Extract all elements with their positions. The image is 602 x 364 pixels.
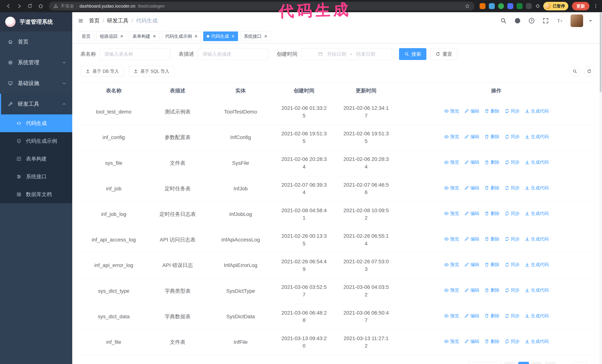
reset-button[interactable]: 重置 <box>430 48 458 60</box>
sync-link[interactable]: 同步 <box>504 159 520 166</box>
search-button[interactable]: 搜索 <box>399 48 426 60</box>
extension-icon[interactable] <box>489 3 495 9</box>
prev-page-button[interactable] <box>504 362 515 364</box>
scrollbar[interactable] <box>599 12 602 364</box>
sync-link[interactable]: 同步 <box>504 108 520 114</box>
help-icon[interactable] <box>528 17 535 24</box>
tab-codegen[interactable]: 代码生成× <box>203 31 238 41</box>
page-size-select[interactable]: 10条/页 <box>469 362 501 364</box>
hamburger-icon[interactable] <box>78 18 83 23</box>
fullscreen-icon[interactable] <box>542 17 549 24</box>
sidebar-item-system[interactable]: 系统管理 <box>0 52 72 73</box>
extension-icon[interactable] <box>507 3 513 9</box>
generate-code-link[interactable]: 生成代码 <box>525 338 549 345</box>
tab-close-icon[interactable]: × <box>194 34 197 39</box>
browser-menu-icon[interactable] <box>593 3 598 9</box>
sync-link[interactable]: 同步 <box>504 338 520 345</box>
edit-link[interactable]: 编辑 <box>464 261 479 268</box>
sync-link[interactable]: 同步 <box>504 261 520 268</box>
refresh-table-button[interactable] <box>584 66 595 77</box>
github-icon[interactable] <box>514 17 521 24</box>
preview-link[interactable]: 预览 <box>444 108 459 114</box>
browser-forward-button[interactable] <box>14 1 24 11</box>
edit-link[interactable]: 编辑 <box>464 185 479 191</box>
tab-codegen-example[interactable]: 代码生成示例× <box>162 31 201 41</box>
preview-link[interactable]: 预览 <box>444 134 459 140</box>
sidebar-item-infra[interactable]: 基础设施 <box>0 73 72 94</box>
browser-reload-button[interactable] <box>25 1 35 11</box>
extension-icon[interactable] <box>526 3 532 9</box>
delete-link[interactable]: 删除 <box>484 261 500 268</box>
table-name-input[interactable] <box>100 48 170 60</box>
import-db-button[interactable]: 基于 DB 导入 <box>80 66 124 77</box>
sidebar-subitem-codegen-example[interactable]: 代码生成示例 <box>0 132 72 150</box>
preview-link[interactable]: 预览 <box>444 185 459 191</box>
sidebar-subitem-system-api[interactable]: 系统接口 <box>0 168 72 186</box>
generate-code-link[interactable]: 生成代码 <box>525 261 549 268</box>
preview-link[interactable]: 预览 <box>444 236 459 242</box>
preview-link[interactable]: 预览 <box>444 287 459 293</box>
delete-link[interactable]: 删除 <box>484 185 500 191</box>
sidebar-subitem-db-doc[interactable]: 数据库文档 <box>0 186 72 203</box>
generate-code-link[interactable]: 生成代码 <box>525 108 549 114</box>
import-sql-button[interactable]: 基于 SQL 导入 <box>128 66 174 77</box>
tab-close-icon[interactable]: × <box>232 34 235 39</box>
tab-close-icon[interactable]: × <box>120 34 123 39</box>
sync-link[interactable]: 同步 <box>504 313 520 319</box>
profile-chip[interactable]: 已暂停 <box>543 2 568 10</box>
generate-code-link[interactable]: 生成代码 <box>525 185 549 191</box>
preview-link[interactable]: 预览 <box>444 210 459 217</box>
delete-link[interactable]: 删除 <box>484 287 500 293</box>
page-button-2[interactable]: 2 <box>531 362 542 364</box>
sync-link[interactable]: 同步 <box>504 287 520 293</box>
preview-link[interactable]: 预览 <box>444 261 459 268</box>
generate-code-link[interactable]: 生成代码 <box>525 313 549 319</box>
extension-icon[interactable] <box>480 3 485 9</box>
avatar-caret-icon[interactable] <box>587 17 594 24</box>
delete-link[interactable]: 删除 <box>484 159 500 166</box>
delete-link[interactable]: 删除 <box>484 108 500 114</box>
sidebar-item-devtools[interactable]: 研发工具 <box>0 94 72 114</box>
breadcrumb-item[interactable]: 研发工具 <box>107 17 129 24</box>
delete-link[interactable]: 删除 <box>484 313 500 319</box>
sync-link[interactable]: 同步 <box>504 134 520 140</box>
goto-page-input[interactable] <box>572 362 586 364</box>
edit-link[interactable]: 编辑 <box>464 134 479 140</box>
app-logo[interactable]: 芋道管理系统 <box>0 12 72 31</box>
browser-home-button[interactable] <box>36 1 46 11</box>
chrome-update-button[interactable]: 更新 <box>572 2 589 10</box>
delete-link[interactable]: 删除 <box>484 236 500 242</box>
preview-link[interactable]: 预览 <box>444 313 459 319</box>
tab-close-icon[interactable]: × <box>264 34 267 39</box>
sync-link[interactable]: 同步 <box>504 185 520 191</box>
edit-link[interactable]: 编辑 <box>464 108 479 114</box>
font-size-icon[interactable] <box>556 17 563 24</box>
generate-code-link[interactable]: 生成代码 <box>525 287 549 293</box>
edit-link[interactable]: 编辑 <box>464 210 479 217</box>
search-icon[interactable] <box>500 17 507 24</box>
edit-link[interactable]: 编辑 <box>464 338 479 345</box>
toggle-search-button[interactable] <box>570 66 580 77</box>
generate-code-link[interactable]: 生成代码 <box>525 236 549 242</box>
sidebar-item-home[interactable]: 首页 <box>0 31 72 52</box>
edit-link[interactable]: 编辑 <box>464 313 479 319</box>
scrollbar-thumb[interactable] <box>600 13 602 92</box>
date-range-picker[interactable]: 开始日期 - 结束日期 <box>301 48 392 60</box>
tab-close-icon[interactable]: × <box>153 34 156 39</box>
delete-link[interactable]: 删除 <box>484 338 500 345</box>
generate-code-link[interactable]: 生成代码 <box>525 210 549 217</box>
browser-back-button[interactable] <box>4 1 13 11</box>
extensions-puzzle-icon[interactable] <box>535 3 540 9</box>
tab-home[interactable]: 首页 <box>78 31 94 41</box>
user-avatar[interactable] <box>570 14 583 27</box>
edit-link[interactable]: 编辑 <box>464 287 479 293</box>
generate-code-link[interactable]: 生成代码 <box>525 134 549 140</box>
delete-link[interactable]: 删除 <box>484 210 500 217</box>
preview-link[interactable]: 预览 <box>444 338 459 345</box>
sidebar-subitem-form-builder[interactable]: 表单构建 <box>0 150 72 168</box>
page-button-1[interactable]: 1 <box>518 362 529 364</box>
tab-trace[interactable]: 链路追踪× <box>96 31 127 41</box>
preview-link[interactable]: 预览 <box>444 159 459 166</box>
next-page-button[interactable] <box>545 362 556 364</box>
sync-link[interactable]: 同步 <box>504 210 520 217</box>
